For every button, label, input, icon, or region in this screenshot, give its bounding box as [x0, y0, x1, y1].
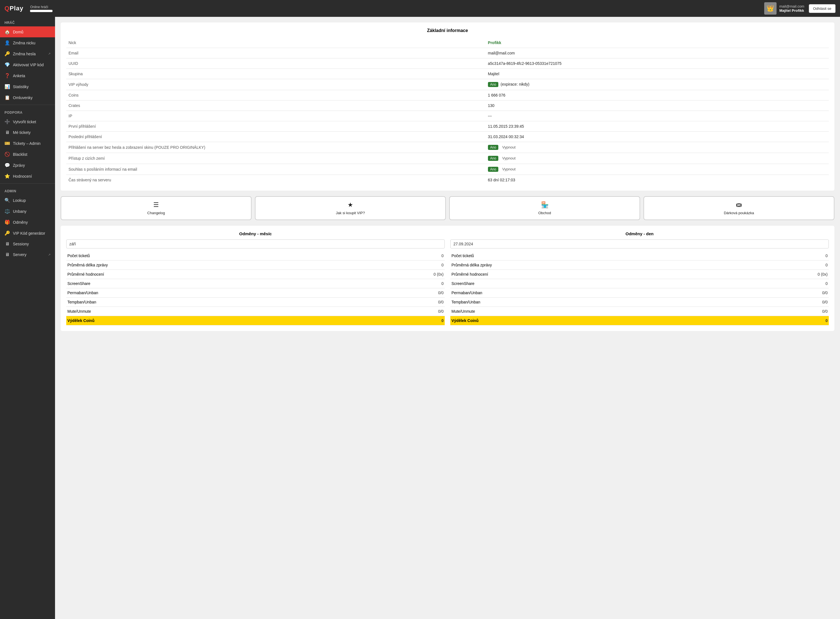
chart-icon: 📊 [4, 84, 10, 89]
reward-label: Průměrná délka zprávy [450, 260, 744, 270]
changelog-button[interactable]: ☰ Changelog [61, 196, 251, 220]
rewards-card: Odměny - měsíc Počet ticketů 0 Průměrná … [61, 226, 834, 331]
sidebar-item-hodnoceni[interactable]: ⭐ Hodnocení [0, 171, 55, 182]
sidebar-label-zmena-nicku: Změna nicku [13, 41, 35, 45]
buy-vip-button[interactable]: ★ Jak si koupit VIP? [255, 196, 446, 220]
rewards-month-input[interactable] [66, 239, 445, 248]
reward-day-value: 0 [744, 260, 829, 270]
logout-button[interactable]: Odhlásit se [809, 4, 836, 13]
list-item: Permaban/Unban 0/0 [450, 288, 829, 298]
table-row: Crates 130 [66, 100, 829, 111]
rewards-day-input[interactable] [450, 239, 829, 248]
email-consent-badge: Ano [488, 167, 498, 172]
sidebar-item-me-tickety[interactable]: 🖥 Mé tickety [0, 127, 55, 138]
sidebar-label-zmena-hesla: Změna hesla [13, 52, 36, 56]
list-item: Průměrné hodnocení 0 (0x) [66, 270, 445, 279]
sidebar-item-omluvenky[interactable]: 📋 Omluvenky [0, 92, 55, 103]
online-label: Online hráči [30, 5, 52, 9]
search-icon: 🔍 [4, 197, 10, 203]
rewards-day-table: Počet ticketů 0 Průměrná délka zprávy 0 … [450, 251, 829, 325]
sidebar-label-vytvorit-ticket: Vytvořit ticket [13, 120, 36, 124]
reward-month-value: 0/0 [360, 288, 445, 298]
sidebar-item-vytvorit-ticket[interactable]: ➕ Vytvořit ticket [0, 116, 55, 127]
reward-day-value: 0 [744, 279, 829, 288]
field-label-crates: Crates [66, 100, 486, 111]
plus-icon: ➕ [4, 119, 10, 124]
list-item: Průměrné hodnocení 0 (0x) [450, 270, 829, 279]
ticket-admin-icon: 🎫 [4, 141, 10, 146]
key2-icon: 🔑 [4, 230, 10, 236]
logo: QPlay [4, 5, 23, 12]
field-value-email: mail@mail.com [486, 48, 829, 58]
obchod-label: Obchod [538, 211, 551, 215]
field-value-uuid: a5c3147a-8619-4fc2-9613-05331e721075 [486, 58, 829, 69]
field-value-crates: 130 [486, 100, 829, 111]
sidebar-item-anketa[interactable]: ❓ Anketa [0, 70, 55, 81]
field-label-uuid: UUID [66, 58, 486, 69]
sidebar-label-blacklist: Blacklist [13, 152, 27, 157]
sidebar-item-sessiony[interactable]: 🖥 Sessiony [0, 239, 55, 249]
sidebar-divider-2 [0, 183, 55, 184]
chat-icon: 💬 [4, 163, 10, 168]
rewards-month-col: Odměny - měsíc Počet ticketů 0 Průměrná … [66, 231, 445, 325]
question-icon: ❓ [4, 73, 10, 78]
blacklist-icon: 🚫 [4, 152, 10, 157]
sidebar-item-zmena-hesla[interactable]: 🔑 Změna hesla ↗ [0, 48, 55, 59]
sidebar-item-vip-generator[interactable]: 🔑 VIP Kód generátor [0, 228, 55, 239]
field-value-last-login: 31.03.2024 00:32:34 [486, 132, 829, 142]
field-label-first-login: První přihlášení [66, 121, 486, 132]
sidebar-item-odmeny[interactable]: 🎁 Odměny [0, 217, 55, 228]
email-consent-vypnout[interactable]: Vypnout [502, 167, 516, 171]
list-item: Počet ticketů 0 [450, 251, 829, 260]
sidebar-item-domu[interactable]: 🏠 Domů [0, 26, 55, 37]
sidebar: Hráč 🏠 Domů 👤 Změna nicku 🔑 Změna hesla … [0, 17, 55, 619]
field-label-nick: Nick [66, 37, 486, 48]
key-icon: 🔑 [4, 51, 10, 57]
sidebar-item-blacklist[interactable]: 🚫 Blacklist [0, 149, 55, 160]
sidebar-item-zmena-nicku[interactable]: 👤 Změna nicku [0, 37, 55, 48]
sidebar-item-unbany[interactable]: ⚖️ Unbany [0, 206, 55, 217]
field-label-time: Čas strávený na serveru [66, 175, 486, 185]
table-row: Email mail@mail.com [66, 48, 829, 58]
section-admin: Admin [0, 185, 55, 195]
table-row: První přihlášení 11.05.2015 23:39:45 [66, 121, 829, 132]
sidebar-item-lookup[interactable]: 🔍 Lookup [0, 195, 55, 206]
voucher-button[interactable]: 🎟 Dárková poukázka [643, 196, 834, 220]
reward-month-value: 0/0 [360, 298, 445, 307]
list-item: Výdělek Coinů 0 [66, 316, 445, 325]
vip-badge: Ano [488, 82, 498, 87]
sidebar-item-statistiky[interactable]: 📊 Statistiky [0, 81, 55, 92]
online-bar [30, 10, 52, 12]
table-row: Přihlášení na server bez hesla a zobraze… [66, 142, 829, 153]
basic-info-card: Základní informace Nick Profikk Email ma… [61, 22, 834, 191]
table-row: Skupina Majitel [66, 69, 829, 79]
user-email: mail@mail.com [779, 4, 804, 8]
sidebar-label-statistiky: Statistiky [13, 85, 28, 89]
changelog-label: Changelog [147, 211, 165, 215]
sidebar-item-servery[interactable]: 🖥 Servery ↗ [0, 249, 55, 260]
reward-day-value: 0/0 [744, 288, 829, 298]
sidebar-item-zpravy[interactable]: 💬 Zprávy [0, 160, 55, 171]
foreign-vypnout[interactable]: Vypnout [502, 156, 516, 160]
list-item: ScreenShare 0 [450, 279, 829, 288]
sidebar-item-tickety-admin[interactable]: 🎫 Tickety – Admin [0, 138, 55, 149]
server-login-vypnout[interactable]: Vypnout [502, 145, 516, 150]
reward-label: Tempban/Unban [450, 298, 744, 307]
sidebar-item-vip[interactable]: 💎 Aktivovat VIP kód [0, 59, 55, 70]
reward-label: Průměrné hodnocení [66, 270, 360, 279]
external-icon: ↗ [48, 52, 51, 55]
obchod-button[interactable]: 🏪 Obchod [449, 196, 640, 220]
info-table: Nick Profikk Email mail@mail.com UUID a5… [66, 37, 829, 185]
layout: Hráč 🏠 Domů 👤 Změna nicku 🔑 Změna hesla … [0, 17, 840, 619]
ticket-icon: 🖥 [4, 130, 10, 135]
reward-month-value: 0 [360, 260, 445, 270]
list-item: Tempban/Unban 0/0 [450, 298, 829, 307]
field-value-coins: 1 666 076 [486, 90, 829, 100]
reward-day-value: 0/0 [744, 298, 829, 307]
reward-label: Mute/Unmute [450, 307, 744, 316]
user-details: mail@mail.com Majitel Profikk [779, 4, 804, 13]
star-icon: ⭐ [4, 173, 10, 179]
server-icon: 🖥 [4, 252, 10, 257]
reward-label: Průměrná délka zprávy [66, 260, 360, 270]
table-row: Přístup z cizích zemí Ano Vypnout [66, 153, 829, 164]
